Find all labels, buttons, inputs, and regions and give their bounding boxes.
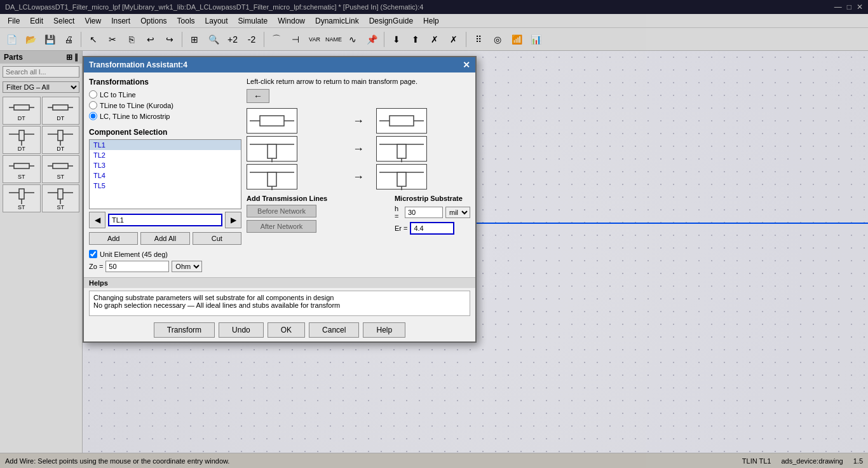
- add-button[interactable]: Add: [89, 232, 138, 245]
- comp-nav: ◀ ▶: [89, 212, 241, 228]
- after-network-button[interactable]: After Network: [247, 220, 316, 233]
- h-row: h = mil: [395, 205, 470, 220]
- radio-lc-tline-label: LC to TLine: [100, 91, 136, 99]
- helps-label: Helps: [84, 278, 475, 288]
- zo-input[interactable]: [105, 261, 169, 272]
- comp-item-tl2[interactable]: TL2: [90, 150, 241, 160]
- svg-rect-43: [268, 172, 276, 186]
- ok-button[interactable]: OK: [268, 322, 305, 338]
- comp-next-button[interactable]: ▶: [225, 212, 241, 228]
- tf-source-1: [247, 108, 297, 134]
- radio-lc-microstrip-label: LC, TLine to Microstrip: [100, 113, 170, 120]
- help-button-dialog[interactable]: Help: [363, 322, 405, 338]
- comp-name-input[interactable]: [108, 214, 222, 226]
- radio-tline-tline-input[interactable]: [89, 101, 97, 109]
- component-selection-label: Component Selection: [89, 128, 241, 137]
- zo-label: Zo =: [89, 263, 103, 270]
- dialog-buttons: Transform Undo OK Cancel Help: [84, 319, 475, 341]
- svg-rect-37: [268, 144, 276, 158]
- comp-item-tl4[interactable]: TL4: [90, 170, 241, 181]
- tf-arrow-1: →: [346, 114, 371, 128]
- dialog-right-panel: Left-click return arrow to return to mai…: [247, 78, 470, 272]
- cut-button-dialog[interactable]: Cut: [193, 232, 241, 245]
- tf-arrow-2: →: [346, 142, 371, 156]
- return-arrow-button[interactable]: ←: [247, 89, 269, 103]
- h-label: h =: [395, 205, 402, 220]
- er-label: Er =: [395, 224, 407, 232]
- tf-result-2: [376, 136, 427, 162]
- ms-substrate-section: Microstrip Substrate h = mil Er =: [395, 195, 470, 237]
- zo-row: Zo = Ohm: [89, 261, 241, 272]
- unit-element-checkbox[interactable]: [89, 250, 97, 258]
- svg-rect-31: [260, 116, 284, 126]
- transform-button[interactable]: Transform: [154, 322, 215, 338]
- bottom-section: Add Transmission Lines Before Network Af…: [247, 195, 470, 237]
- dialog-footer: Helps Changing substrate parameters will…: [84, 277, 475, 341]
- unit-element-row: Unit Element (45 deg): [89, 250, 241, 258]
- component-list[interactable]: TL1 TL2 TL3 TL4 TL5: [89, 139, 241, 209]
- unit-element-label: Unit Element (45 deg): [100, 251, 168, 258]
- action-buttons: Add Add All Cut: [89, 232, 241, 245]
- add-all-button[interactable]: Add All: [140, 232, 189, 245]
- tf-source-3: [247, 164, 297, 189]
- svg-rect-46: [397, 172, 406, 186]
- comp-item-tl1[interactable]: TL1: [90, 140, 241, 150]
- add-tl-section: Add Transmission Lines Before Network Af…: [247, 195, 384, 237]
- add-tl-label: Add Transmission Lines: [247, 195, 384, 202]
- h-unit-select[interactable]: mil: [445, 207, 470, 218]
- er-input[interactable]: [410, 222, 454, 235]
- svg-rect-34: [390, 116, 414, 126]
- radio-lc-microstrip[interactable]: LC, TLine to Microstrip: [89, 112, 241, 120]
- transform-row-3: →: [247, 164, 470, 189]
- svg-rect-40: [397, 144, 406, 158]
- substrate-label: Microstrip Substrate: [395, 195, 470, 202]
- tf-result-1: [376, 108, 427, 134]
- transformations-label: Transformations: [89, 78, 241, 86]
- dialog-title: Transformation Assistant:4: [89, 60, 187, 69]
- dialog-body: Transformations LC to TLine TLine to TLi…: [84, 72, 475, 277]
- comp-prev-button[interactable]: ◀: [89, 212, 105, 228]
- transform-row-2: →: [247, 136, 470, 162]
- h-input[interactable]: [405, 207, 443, 218]
- radio-tline-to-tline[interactable]: TLine to TLine (Kuroda): [89, 101, 241, 109]
- transformation-dialog: Transformation Assistant:4 ✕ Transformat…: [83, 56, 477, 343]
- radio-lc-microstrip-input[interactable]: [89, 112, 97, 120]
- radio-group-transformations: LC to TLine TLine to TLine (Kuroda) LC, …: [89, 90, 241, 120]
- dialog-titlebar: Transformation Assistant:4 ✕: [84, 57, 475, 72]
- instruction-text: Left-click return arrow to return to mai…: [247, 78, 470, 85]
- radio-lc-tline-input[interactable]: [89, 90, 97, 99]
- radio-tline-tline-label: TLine to TLine (Kuroda): [100, 102, 173, 109]
- er-row: Er =: [395, 222, 470, 235]
- zo-unit-select[interactable]: Ohm: [172, 261, 202, 272]
- tf-arrow-3: →: [346, 170, 371, 184]
- dialog-left-panel: Transformations LC to TLine TLine to TLi…: [89, 78, 241, 272]
- tf-result-3: [376, 164, 427, 189]
- cancel-button[interactable]: Cancel: [309, 322, 359, 338]
- before-network-button[interactable]: Before Network: [247, 205, 316, 217]
- comp-item-tl3[interactable]: TL3: [90, 160, 241, 170]
- comp-item-tl5[interactable]: TL5: [90, 181, 241, 191]
- tf-source-2: [247, 136, 297, 162]
- dialog-close-button[interactable]: ✕: [463, 60, 470, 70]
- helps-text-content: Changing substrate parameters will set s…: [89, 291, 470, 316]
- radio-lc-to-tline[interactable]: LC to TLine: [89, 90, 241, 99]
- undo-button-dialog[interactable]: Undo: [219, 322, 264, 338]
- transform-row-1: →: [247, 108, 470, 134]
